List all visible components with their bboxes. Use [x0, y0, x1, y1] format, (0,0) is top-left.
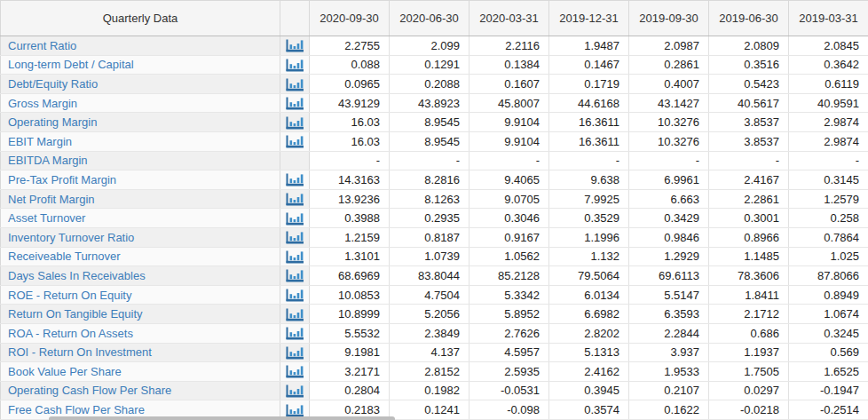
metric-link[interactable]: Receiveable Turnover	[8, 250, 120, 263]
metric-value-cell: 1.6525	[789, 362, 868, 382]
table-row: Inventory Turnover Ratio 1.21590.81870.9…	[1, 227, 868, 247]
table-row: ROA - Return On Assets 5.55322.38492.762…	[1, 323, 868, 343]
metric-value-cell: 1.2579	[789, 189, 868, 209]
bar-chart-icon	[286, 384, 304, 398]
metric-value-cell: 0.2861	[629, 55, 709, 75]
column-header-date: 2020-03-31	[470, 1, 549, 36]
bar-chart-icon	[286, 116, 304, 130]
view-chart-link[interactable]	[286, 173, 304, 186]
metric-value-cell: 0.1241	[390, 400, 470, 420]
metric-value-cell: 2.8202	[549, 323, 629, 343]
table-row: Operating Margin 16.038.95459.910416.361…	[1, 113, 868, 132]
metric-value-cell: 4.137	[390, 343, 470, 362]
chart-icon-cell	[280, 131, 310, 151]
chart-icon-cell	[280, 209, 310, 228]
metric-label-cell: Long-term Debt / Capital	[1, 55, 280, 75]
metric-link[interactable]: Operating Margin	[8, 115, 97, 129]
view-chart-link[interactable]	[286, 327, 304, 340]
metric-value-cell: 2.2844	[629, 323, 709, 343]
chart-icon-cell	[280, 381, 310, 400]
table-row: Pre-Tax Profit Margin 14.31638.28169.406…	[1, 170, 868, 190]
view-chart-link[interactable]	[286, 116, 304, 130]
metric-value-cell: 0.088	[310, 55, 390, 75]
metric-value-cell: 2.3849	[390, 323, 470, 343]
view-chart-link[interactable]	[286, 39, 304, 52]
metric-value-cell: 0.2088	[390, 75, 470, 94]
metric-link[interactable]: ROA - Return On Assets	[8, 327, 133, 340]
metric-link[interactable]: Inventory Turnover Ratio	[8, 231, 134, 244]
metric-link[interactable]: Operating Cash Flow Per Share	[8, 384, 171, 397]
metric-value-cell: 2.1712	[709, 305, 789, 324]
metric-link[interactable]: Debt/Equity Ratio	[8, 77, 98, 91]
metric-value-cell: 16.3611	[549, 113, 629, 132]
metric-value-cell: 0.2804	[310, 381, 390, 400]
metric-value-cell: 44.6168	[549, 93, 629, 113]
metric-link[interactable]: Net Profit Margin	[8, 193, 95, 206]
metric-value-cell: 3.937	[629, 343, 709, 362]
view-chart-link[interactable]	[286, 404, 304, 417]
horizontal-scrollbar-thumb[interactable]	[49, 416, 395, 420]
metric-value-cell: 6.0134	[549, 285, 629, 305]
metric-value-cell: 0.5423	[709, 75, 789, 94]
view-chart-link[interactable]	[286, 78, 304, 91]
metric-label-cell: Asset Turnover	[1, 209, 280, 228]
view-chart-link[interactable]	[286, 365, 304, 378]
metric-value-cell: 16.3611	[549, 131, 629, 151]
metric-value-cell: 8.9545	[390, 131, 470, 151]
table-row: Book Value Per Share 3.21712.81522.59352…	[1, 362, 868, 382]
metric-value-cell: 9.4065	[470, 170, 549, 190]
view-chart-link[interactable]	[286, 231, 304, 244]
metric-link[interactable]: Gross Margin	[8, 97, 77, 110]
view-chart-link[interactable]	[286, 308, 304, 321]
metric-link[interactable]: Long-term Debt / Capital	[8, 58, 134, 71]
bar-chart-icon	[286, 404, 304, 417]
metric-link[interactable]: Days Sales In Receivables	[8, 269, 146, 282]
view-chart-link[interactable]	[286, 250, 304, 264]
chart-icon-cell	[280, 285, 310, 305]
metric-value-cell: 9.1981	[310, 343, 390, 362]
metric-value-cell: 16.03	[310, 131, 390, 151]
view-chart-link[interactable]	[286, 59, 304, 72]
chart-icon-cell	[280, 227, 310, 247]
metric-value-cell: 1.1485	[709, 247, 789, 266]
metric-link[interactable]: Asset Turnover	[8, 211, 85, 225]
icon-column-header	[280, 1, 310, 36]
view-chart-link[interactable]	[286, 289, 304, 302]
metric-link[interactable]: ROI - Return On Investment	[8, 345, 152, 359]
metric-link[interactable]: Free Cash Flow Per Share	[8, 403, 145, 416]
metric-value-cell: 0.0965	[310, 75, 390, 94]
bar-chart-icon	[286, 365, 304, 378]
view-chart-link[interactable]	[286, 269, 304, 282]
metric-value-cell: -0.1947	[789, 381, 868, 400]
chart-icon-cell	[280, 93, 310, 113]
view-chart-link[interactable]	[286, 384, 304, 398]
view-chart-link[interactable]	[286, 346, 304, 360]
metric-value-cell: 0.1607	[470, 75, 549, 94]
view-chart-link[interactable]	[286, 135, 304, 148]
metric-value-cell: 0.1982	[390, 381, 470, 400]
metric-value-cell: 2.9874	[789, 131, 868, 151]
column-header-date: 2019-12-31	[549, 1, 629, 36]
metric-link[interactable]: Pre-Tax Profit Margin	[8, 173, 116, 186]
metric-value-cell: 40.5617	[709, 93, 789, 113]
view-chart-link[interactable]	[286, 193, 304, 206]
metric-value-cell: 85.2128	[470, 266, 549, 286]
metric-value-cell: 9.0705	[470, 189, 549, 209]
metric-link[interactable]: EBIT Margin	[8, 135, 72, 148]
metric-link[interactable]: Current Ratio	[8, 39, 76, 52]
metric-link[interactable]: EBITDA Margin	[8, 154, 88, 167]
metric-value-cell: 0.3945	[549, 381, 629, 400]
metric-link[interactable]: ROE - Return On Equity	[8, 289, 131, 302]
view-chart-link[interactable]	[286, 212, 304, 226]
view-chart-link[interactable]	[286, 97, 304, 110]
metric-link[interactable]: Book Value Per Share	[8, 365, 122, 378]
metric-value-cell: 4.7504	[390, 285, 470, 305]
metric-value-cell: 1.1996	[549, 227, 629, 247]
metric-value-cell: 0.3429	[629, 209, 709, 228]
metric-value-cell: 0.1291	[390, 55, 470, 75]
bar-chart-icon	[286, 78, 304, 91]
metric-link[interactable]: Return On Tangible Equity	[8, 307, 143, 321]
metric-value-cell: 1.0739	[390, 247, 470, 266]
metric-value-cell: 43.9129	[310, 93, 390, 113]
metric-value-cell: 83.8044	[390, 266, 470, 286]
